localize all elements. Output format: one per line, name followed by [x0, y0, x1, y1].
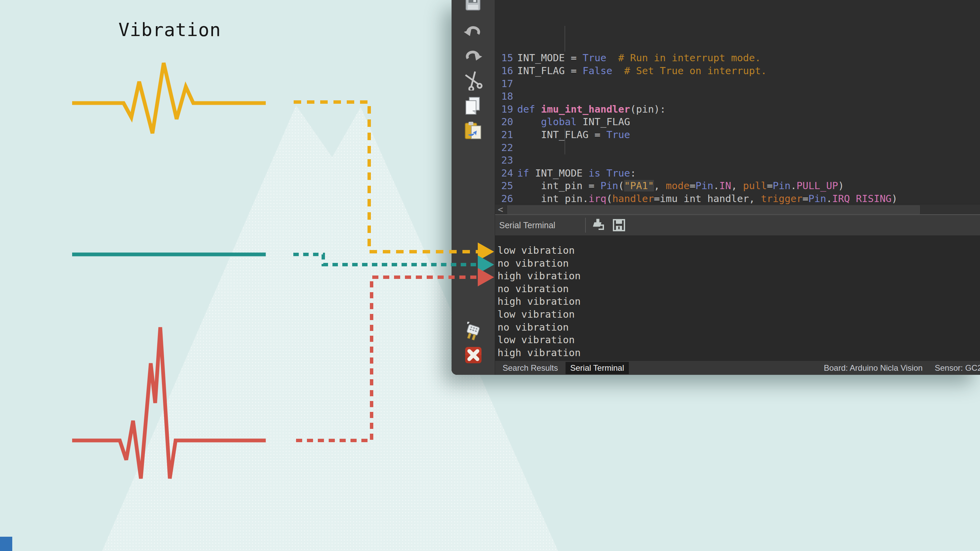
line-number: 25 — [498, 179, 513, 192]
serial-terminal-header: Serial Terminal — [495, 214, 980, 235]
connect-icon[interactable] — [463, 322, 483, 341]
line-number: 23 — [498, 154, 513, 167]
code-line[interactable]: 25 int_pin = Pin("PA1", mode=Pin.IN, pul… — [495, 179, 980, 192]
code-line[interactable]: 19def imu_int_handler(pin): — [495, 103, 980, 116]
corner-accent — [0, 537, 12, 551]
terminal-line: no vibration — [498, 257, 980, 270]
page-title: Vibration — [118, 19, 221, 40]
line-number: 17 — [498, 78, 513, 91]
code-line[interactable]: 23 — [495, 154, 980, 167]
statusbar-tab-serial-terminal[interactable]: Serial Terminal — [566, 362, 629, 374]
line-number: 26 — [498, 192, 513, 204]
code-text: int_pin = Pin("PA1", mode=Pin.IN, pull=P… — [517, 179, 844, 192]
code-text: INT_FLAG = True — [517, 129, 630, 141]
status-sensor: Sensor: GC2145 — [935, 361, 980, 375]
code-text: INT_MODE = True # Run in interrupt mode. — [517, 52, 761, 65]
code-text: global INT_FLAG — [517, 116, 630, 129]
line-number: 16 — [498, 65, 513, 78]
line-number: 15 — [498, 52, 513, 65]
status-board: Board: Arduino Nicla Vision — [824, 361, 923, 375]
terminal-line: high vibration — [498, 346, 980, 359]
line-number: 19 — [498, 103, 513, 116]
code-text: if INT_MODE is True: — [517, 167, 636, 180]
code-line[interactable]: 20 global INT_FLAG — [495, 116, 980, 129]
clear-icon[interactable] — [591, 218, 606, 233]
undo-icon[interactable] — [463, 21, 483, 41]
terminal-line: low vibration — [498, 308, 980, 321]
save-icon[interactable] — [463, 0, 483, 14]
code-line[interactable]: 26 int_pin.irq(handler=imu_int_handler, … — [495, 192, 980, 204]
serial-terminal-output[interactable]: low vibrationno vibrationhigh vibrationn… — [495, 235, 980, 360]
terminal-line: high vibration — [498, 295, 980, 308]
ide-toolbar — [452, 0, 495, 375]
line-number: 20 — [498, 116, 513, 129]
cut-icon[interactable] — [463, 71, 483, 91]
indent-guide — [565, 26, 565, 52]
line-number: 18 — [498, 90, 513, 103]
code-line[interactable]: 22 — [495, 141, 980, 154]
line-number: 22 — [498, 141, 513, 154]
code-text: int_pin.irq(handler=imu_int_handler, tri… — [517, 192, 898, 204]
divider — [585, 218, 585, 233]
terminal-line: no vibration — [498, 283, 980, 295]
terminal-line: no vibration — [498, 321, 980, 334]
status-bar: Search ResultsSerial TerminalBoard: Ardu… — [495, 360, 980, 375]
code-line[interactable]: 18 — [495, 90, 980, 103]
code-editor[interactable]: 15INT_MODE = True # Run in interrupt mod… — [495, 0, 980, 204]
code-line[interactable]: 17 — [495, 78, 980, 91]
statusbar-tab-search-results[interactable]: Search Results — [498, 362, 563, 374]
code-text: INT_FLAG = False # Set True on interrupt… — [517, 65, 767, 78]
disconnect-icon[interactable] — [463, 346, 483, 365]
scrollbar-thumb[interactable] — [508, 205, 920, 214]
copy-icon[interactable] — [463, 96, 483, 116]
paste-icon[interactable] — [463, 121, 483, 141]
scrollbar-left-arrow[interactable]: < — [498, 205, 503, 214]
redo-icon[interactable] — [463, 46, 483, 65]
line-number: 24 — [498, 167, 513, 180]
openmv-ide-window: 15INT_MODE = True # Run in interrupt mod… — [452, 0, 980, 375]
line-number: 21 — [498, 129, 513, 141]
code-line[interactable]: 15INT_MODE = True # Run in interrupt mod… — [495, 52, 980, 65]
serial-terminal-label: Serial Terminal — [499, 221, 555, 230]
horizontal-scrollbar[interactable]: < — [495, 204, 980, 214]
code-line[interactable]: 16INT_FLAG = False # Set True on interru… — [495, 65, 980, 78]
terminal-line: low vibration — [498, 244, 980, 257]
code-text: def imu_int_handler(pin): — [517, 103, 666, 116]
terminal-line: low vibration — [498, 333, 980, 346]
terminal-line: high vibration — [498, 270, 980, 283]
save-log-icon[interactable] — [611, 218, 627, 233]
indent-guide — [565, 129, 565, 154]
code-line[interactable]: 24if INT_MODE is True: — [495, 167, 980, 180]
code-line[interactable]: 21 INT_FLAG = True — [495, 129, 980, 141]
